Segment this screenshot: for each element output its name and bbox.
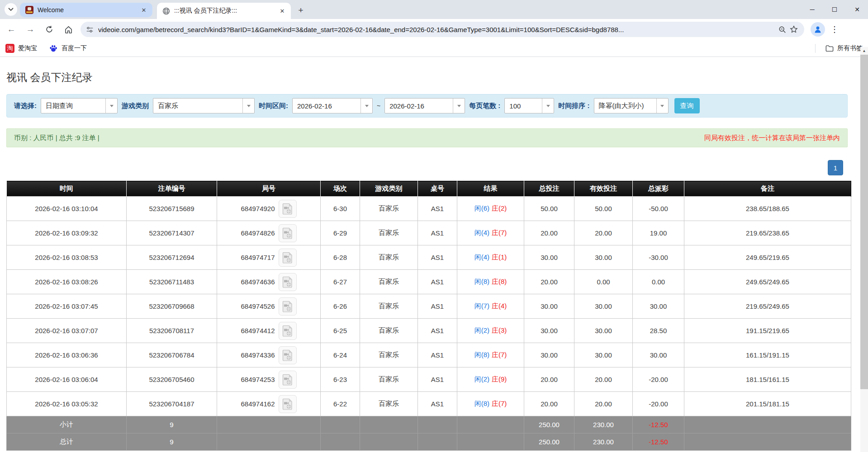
cell-time: 2026-02-16 03:06:36 bbox=[7, 343, 127, 367]
round-id: 684974253 bbox=[241, 376, 275, 383]
back-button[interactable]: ← bbox=[4, 22, 19, 37]
browser-menu-button[interactable]: ⋮ bbox=[830, 24, 839, 34]
cell-round: 684974636 bbox=[217, 270, 321, 294]
game-kind-label: 游戏类别 bbox=[122, 102, 149, 110]
video-replay-button[interactable] bbox=[279, 224, 297, 242]
bookmarks-bar: 淘 爱淘宝 百度一下 所有书签 bbox=[0, 40, 868, 57]
taobao-icon: 淘 bbox=[5, 44, 14, 53]
query-type-select[interactable]: 日期查询 bbox=[41, 98, 118, 113]
maximize-button[interactable]: ☐ bbox=[832, 6, 838, 13]
cell-bet-id: 523206711483 bbox=[127, 270, 217, 294]
select-type-label: 请选择: bbox=[14, 102, 37, 110]
cell-game: 百家乐 bbox=[360, 221, 418, 245]
video-replay-button[interactable] bbox=[279, 273, 297, 291]
round-id: 684974920 bbox=[241, 205, 275, 212]
cell-valid-bet: 20.00 bbox=[574, 221, 633, 245]
column-header: 结果 bbox=[457, 181, 524, 197]
game-kind-select[interactable]: 百家乐 bbox=[153, 98, 255, 113]
tab-title: Welcome bbox=[38, 6, 140, 14]
footer-cell: 9 bbox=[127, 433, 217, 451]
round-id: 684974636 bbox=[241, 278, 275, 286]
scrollbar-thumb[interactable] bbox=[860, 55, 868, 389]
round-id: 684974412 bbox=[241, 327, 275, 334]
new-tab-button[interactable]: + bbox=[294, 4, 307, 17]
cell-round: 684974920 bbox=[217, 197, 321, 221]
cell-payout: -50.00 bbox=[633, 197, 684, 221]
column-header: 注单编号 bbox=[127, 181, 217, 197]
close-icon[interactable]: ✕ bbox=[278, 7, 286, 15]
cell-table: AS1 bbox=[418, 294, 457, 319]
video-file-icon bbox=[282, 301, 293, 312]
cell-time: 2026-02-16 03:10:04 bbox=[7, 197, 127, 221]
result-player: 闲(8) bbox=[474, 351, 489, 358]
footer-cell: 230.00 bbox=[574, 433, 633, 451]
folder-icon bbox=[825, 45, 834, 52]
cell-session: 6-26 bbox=[321, 294, 360, 319]
cell-result: 闲(4)庄(1) bbox=[457, 245, 524, 270]
chevron-down-icon bbox=[453, 99, 465, 113]
cell-valid-bet: 30.00 bbox=[574, 294, 633, 319]
url-bar[interactable]: videoie.com/game/betrecord_search/kind3?… bbox=[81, 22, 804, 37]
sort-select[interactable]: 降幂(由大到小) bbox=[594, 98, 669, 113]
video-replay-button[interactable] bbox=[279, 297, 297, 315]
page-1-button[interactable]: 1 bbox=[828, 160, 843, 175]
bookmark-baidu[interactable]: 百度一下 bbox=[49, 44, 87, 53]
video-replay-button[interactable] bbox=[279, 249, 297, 267]
result-banker: 庄(7) bbox=[492, 351, 507, 358]
game-kind-value: 百家乐 bbox=[153, 99, 242, 113]
video-replay-button[interactable] bbox=[279, 371, 297, 389]
tab-search-button[interactable] bbox=[5, 3, 17, 16]
window-controls: ─ ☐ ✕ bbox=[810, 0, 860, 19]
column-header: 总投注 bbox=[524, 181, 574, 197]
video-replay-button[interactable] bbox=[279, 322, 297, 340]
footer-cell bbox=[360, 433, 418, 451]
close-window-button[interactable]: ✕ bbox=[854, 6, 860, 13]
scroll-up-icon[interactable]: ▲ bbox=[860, 47, 868, 54]
pagination: 1 bbox=[0, 160, 843, 175]
date-end-select[interactable]: 2026-02-16 bbox=[384, 98, 465, 113]
zoom-button[interactable] bbox=[776, 24, 788, 35]
table-body: 2026-02-16 03:10:04 523206715689 6849749… bbox=[7, 197, 851, 451]
all-bookmarks-button[interactable]: 所有书签 bbox=[815, 44, 863, 53]
video-replay-button[interactable] bbox=[279, 200, 297, 218]
forward-button[interactable]: → bbox=[23, 22, 38, 37]
site-logo-icon bbox=[25, 6, 33, 14]
search-button[interactable]: 查询 bbox=[674, 98, 700, 113]
bookmark-aitaobao[interactable]: 淘 爱淘宝 bbox=[5, 44, 37, 53]
cell-note: 201.15/181.15 bbox=[684, 392, 851, 416]
video-file-icon bbox=[282, 252, 293, 264]
footer-cell bbox=[321, 416, 360, 433]
minimize-button[interactable]: ─ bbox=[810, 6, 815, 13]
footer-cell: 总计 bbox=[7, 433, 127, 451]
per-page-select[interactable]: 100 bbox=[504, 98, 554, 113]
tab-betrecord[interactable]: :::视讯 会员下注纪录::: ✕ bbox=[157, 3, 291, 19]
cell-time: 2026-02-16 03:07:45 bbox=[7, 294, 127, 319]
magnifier-icon bbox=[778, 26, 786, 33]
url-text[interactable]: videoie.com/game/betrecord_search/kind3?… bbox=[98, 26, 776, 33]
reload-button[interactable] bbox=[42, 22, 57, 37]
bookmark-star-button[interactable] bbox=[788, 24, 800, 35]
chevron-down-icon bbox=[105, 99, 117, 113]
date-range-label: 时间区间: bbox=[259, 102, 288, 110]
cell-total-bet: 20.00 bbox=[524, 221, 574, 245]
video-replay-button[interactable] bbox=[279, 395, 297, 413]
bet-records-table: 时间注单编号局号场次游戏类别桌号结果总投注有效投注总派彩备注 2026-02-1… bbox=[6, 181, 851, 451]
close-icon[interactable]: ✕ bbox=[140, 6, 148, 14]
table-row: 2026-02-16 03:05:32 523206704187 6849741… bbox=[7, 392, 851, 416]
page-title: 视讯 会员下注纪录 bbox=[6, 71, 860, 85]
video-replay-button[interactable] bbox=[279, 346, 297, 364]
tab-welcome[interactable]: Welcome ✕ bbox=[20, 3, 152, 17]
chevron-down-icon bbox=[8, 8, 14, 11]
site-settings-icon[interactable] bbox=[86, 26, 94, 33]
column-header: 场次 bbox=[321, 181, 360, 197]
cell-table: AS1 bbox=[418, 367, 457, 392]
result-player: 闲(8) bbox=[474, 278, 489, 285]
profile-avatar[interactable] bbox=[811, 22, 825, 37]
footer-cell bbox=[457, 416, 524, 433]
round-id: 684974526 bbox=[241, 302, 275, 310]
date-start-select[interactable]: 2026-02-16 bbox=[292, 98, 373, 113]
home-button[interactable] bbox=[61, 22, 76, 37]
column-header: 总派彩 bbox=[633, 181, 684, 197]
result-player: 闲(2) bbox=[474, 326, 489, 334]
page-scrollbar[interactable]: ▲ bbox=[860, 47, 868, 452]
